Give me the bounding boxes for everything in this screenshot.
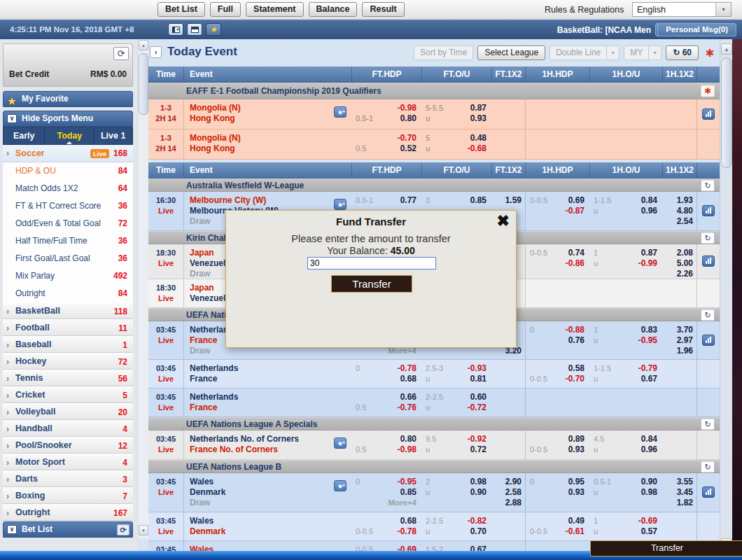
sidebar-item-baseball[interactable]: ›Baseball1 <box>3 336 133 353</box>
odds-value[interactable]: 2.90 <box>505 477 522 487</box>
top-button-balance[interactable]: Balance <box>309 2 358 17</box>
rules-regulations-link[interactable]: Rules & Regulations <box>545 5 624 15</box>
odds-value[interactable]: -0.99 <box>638 258 657 269</box>
team-name[interactable]: Mongolia (N) <box>190 133 351 144</box>
team-name[interactable]: Netherlands <box>190 392 351 402</box>
team-name[interactable]: Melbourne City (W) <box>190 195 351 206</box>
sidebar-subitem-first-goal-last-goal[interactable]: First Goal/Last Goal36 <box>3 250 133 267</box>
amount-input[interactable] <box>307 257 436 270</box>
odds-value[interactable]: 0.68 <box>400 374 416 384</box>
odds-value[interactable]: 0.93 <box>568 444 584 455</box>
odds-value[interactable]: -0.69 <box>638 516 657 526</box>
odds-value[interactable]: -0.98 <box>398 103 416 113</box>
add-favorite-star-icon[interactable]: ★+ <box>334 199 346 210</box>
odds-value[interactable]: 0.90 <box>470 487 486 498</box>
sidebar-item-tennis[interactable]: ›Tennis56 <box>3 370 133 386</box>
tab-early[interactable]: Early <box>4 127 45 144</box>
add-favorite-star-icon[interactable]: ★+ <box>334 480 346 491</box>
odds-value[interactable]: 2.58 <box>505 487 522 498</box>
odds-value[interactable]: 0.93 <box>568 487 584 498</box>
more-bets-link[interactable]: More+4 <box>388 498 416 508</box>
odds-value[interactable]: 0.80 <box>400 434 416 444</box>
odds-value[interactable]: -0.86 <box>566 258 584 269</box>
odds-value[interactable]: -0.70 <box>398 133 416 144</box>
refresh-interval-button[interactable]: ↻ 60 <box>666 46 699 60</box>
scroll-up-icon[interactable]: ▲ <box>721 43 732 55</box>
odds-value[interactable]: 2.54 <box>677 216 693 227</box>
odds-value[interactable]: -0.72 <box>468 402 486 413</box>
add-favorite-star-icon[interactable]: ★+ <box>334 106 346 118</box>
sidebar-item-pool-snooker[interactable]: ›Pool/Snooker12 <box>3 437 133 454</box>
sidebar-item-handball[interactable]: ›Handball4 <box>3 420 133 437</box>
refresh-league-icon[interactable]: ↻ <box>701 418 715 430</box>
add-favorite-star-icon[interactable]: ★+ <box>334 438 346 449</box>
team-name[interactable]: Denmark <box>190 487 351 498</box>
sidebar-subitem-half-time-full-time[interactable]: Half Time/Full Time36 <box>3 232 133 250</box>
odds-value[interactable]: 0.98 <box>641 487 657 498</box>
odds-value[interactable]: 0.48 <box>470 133 486 144</box>
odds-value[interactable]: 0.58 <box>568 363 584 374</box>
odds-value[interactable]: 3.55 <box>677 477 693 487</box>
stats-chart-icon[interactable] <box>702 205 715 216</box>
odds-value[interactable]: 0.93 <box>470 113 486 124</box>
language-select[interactable]: English ▾ <box>632 2 732 17</box>
sidebar-item-basketball[interactable]: ›BasketBall118 <box>3 302 133 319</box>
scroll-down-icon[interactable]: ▼ <box>139 525 148 536</box>
team-name[interactable]: Netherlands No. of Corners <box>190 434 351 444</box>
odds-value[interactable]: -0.87 <box>566 206 584 216</box>
team-name[interactable]: Denmark <box>190 526 351 537</box>
close-icon[interactable]: ✖ <box>497 212 510 230</box>
window-view-icon[interactable] <box>187 23 202 36</box>
refresh-league-icon[interactable]: ↻ <box>701 179 715 191</box>
bet-list-header[interactable]: ∨ Bet List ⟳ <box>3 522 133 538</box>
odds-value[interactable]: -0.98 <box>398 444 416 455</box>
tab-live-1[interactable]: Live 1 <box>94 127 132 144</box>
odds-value[interactable]: 0.95 <box>568 477 584 487</box>
odds-value[interactable]: 0.70 <box>470 526 486 537</box>
team-name[interactable]: France <box>190 374 351 384</box>
odds-value[interactable]: 0.67 <box>641 374 657 384</box>
sidebar-item-volleyball[interactable]: ›Volleyball20 <box>3 403 133 420</box>
top-button-result[interactable]: Result <box>362 2 404 17</box>
stats-chart-icon[interactable] <box>702 255 715 267</box>
sidebar-subitem-odd-even-total-goal[interactable]: Odd/Even & Total Goal72 <box>3 215 133 232</box>
stats-chart-icon[interactable] <box>702 335 715 346</box>
odds-value[interactable]: 0.96 <box>641 444 657 455</box>
odds-value[interactable]: 2.88 <box>505 498 522 508</box>
odds-value[interactable]: 1.59 <box>505 195 522 206</box>
odds-value[interactable]: 0.89 <box>568 434 584 444</box>
odds-value[interactable]: 1.93 <box>677 195 693 206</box>
refresh-icon[interactable]: ⟳ <box>117 524 130 536</box>
top-button-statement[interactable]: Statement <box>246 2 303 17</box>
loading-spinner-icon[interactable]: ✱ <box>701 85 715 97</box>
odds-value[interactable]: 0.76 <box>568 335 584 346</box>
sidebar-item-cricket[interactable]: ›Cricket5 <box>3 386 133 403</box>
sidebar-item-motor-sport[interactable]: ›Motor Sport4 <box>3 454 133 470</box>
sidebar-item-darts[interactable]: ›Darts3 <box>3 470 133 487</box>
odds-value[interactable]: 0.90 <box>641 477 657 487</box>
sidebar-item-hockey[interactable]: ›Hockey72 <box>3 353 133 370</box>
odds-value[interactable]: -0.68 <box>468 144 486 154</box>
odds-value[interactable]: 0.87 <box>641 248 657 258</box>
sidebar-item-outright[interactable]: ›Outright167 <box>3 504 133 521</box>
chevron-box-icon[interactable]: ∨ <box>7 114 17 123</box>
sidebar-item-boxing[interactable]: ›Boxing7 <box>3 487 133 504</box>
favorites-star-icon[interactable]: ★ <box>206 23 221 36</box>
odds-value[interactable]: 0.84 <box>641 195 657 206</box>
odds-value[interactable]: 0.60 <box>470 392 486 402</box>
team-name[interactable]: Wales <box>190 516 351 526</box>
team-name[interactable]: Netherlands <box>190 363 351 374</box>
odds-value[interactable]: 0.74 <box>568 248 584 258</box>
select-league-button[interactable]: Select League <box>477 46 545 60</box>
team-name[interactable]: Hong Kong <box>190 113 351 124</box>
odds-value[interactable]: 2.97 <box>677 335 693 346</box>
odds-value[interactable]: 4.80 <box>677 206 693 216</box>
my-favorite-header[interactable]: ★ My Favorite <box>3 91 133 107</box>
refresh-league-icon[interactable]: ↻ <box>701 309 715 321</box>
sidebar-subitem-match-odds-1x2[interactable]: Match Odds 1X264 <box>3 180 133 197</box>
odds-value[interactable]: -0.95 <box>398 477 416 487</box>
odds-value[interactable]: 1.82 <box>677 498 693 508</box>
sidebar-subitem-outright[interactable]: Outright84 <box>3 285 133 302</box>
odds-value[interactable]: 0.72 <box>470 444 486 455</box>
stats-chart-icon[interactable] <box>702 486 715 498</box>
